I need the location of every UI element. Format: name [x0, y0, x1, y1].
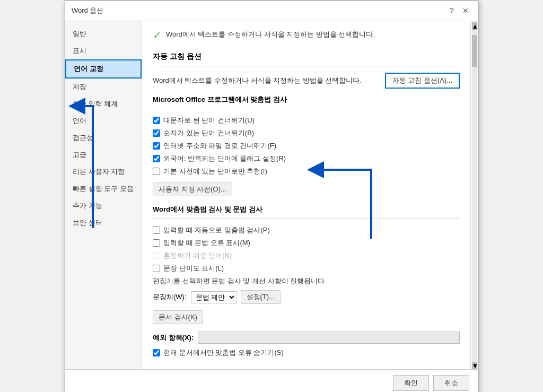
- sidebar-item-language[interactable]: 언어: [65, 112, 142, 129]
- word-spellcheck-checkboxes: 입력할 때 자동으로 맞춤법 검사(P)입력할 때 문법 오류 표시(M)혼동하…: [153, 225, 460, 273]
- scrollbar[interactable]: ▲ ▼: [470, 21, 478, 369]
- writing-style-row: 문장체(W): 문법 제안문법만 설정(T)...: [153, 290, 460, 304]
- scroll-up-button[interactable]: ▲: [472, 22, 477, 30]
- ok-button[interactable]: 확인: [393, 375, 429, 391]
- word-spellcheck-row-grammar_marks: 입력할 때 문법 오류 표시(M): [153, 238, 460, 248]
- checkbox-internet[interactable]: [153, 142, 160, 150]
- spellcheck-row-numbers: 숫자가 있는 단어 건너뛰기(B): [153, 128, 460, 138]
- checkbox-foreign[interactable]: [153, 155, 160, 162]
- sidebar-item-korean[interactable]: 한글 입력 체계: [65, 95, 142, 112]
- word-checkbox-confusable[interactable]: [153, 252, 160, 259]
- spellcheck-checkboxes: 대문자로 된 단어 건너뛰기(U)숫자가 있는 단어 건너뛰기(B)인터넷 주소…: [153, 116, 460, 176]
- sidebar-item-advanced[interactable]: 고급: [65, 146, 142, 163]
- sidebar-item-display[interactable]: 표시: [65, 42, 142, 59]
- help-button[interactable]: ?: [446, 5, 458, 16]
- doc-check-button[interactable]: 문서 검사(K): [153, 310, 203, 324]
- autocorrect-options-button[interactable]: 자동 고침 옵션(A)...: [385, 73, 460, 89]
- settings-button[interactable]: 설정(T)...: [241, 290, 281, 304]
- checkbox-uppercase[interactable]: [153, 117, 160, 124]
- divider1: [153, 66, 460, 66]
- exception-row: 예외 항목(X):: [153, 332, 460, 344]
- checkbox-numbers[interactable]: [153, 129, 160, 137]
- close-button[interactable]: ✕: [460, 5, 471, 16]
- hide-errors-row: 현재 문서에서만 맞춤법 오류 숨기기(S): [153, 348, 460, 358]
- cancel-button[interactable]: 취소: [433, 375, 469, 391]
- word-checkbox-label-readability: 문장 난이도 표시(L): [163, 264, 224, 273]
- checkbox-label-numbers: 숫자가 있는 단어 건너뛰기(B): [163, 128, 254, 138]
- autocorrect-section-title: 자동 고침 옵션: [153, 52, 460, 62]
- exception-label: 예외 항목(X):: [153, 333, 194, 343]
- spellcheck-row-uppercase: 대문자로 된 단어 건너뛰기(U): [153, 116, 460, 125]
- checkbox-suggest[interactable]: [153, 168, 160, 175]
- sidebar-item-ribbon[interactable]: 리본 사용자 지정: [65, 163, 142, 180]
- sidebar-item-general[interactable]: 일반: [65, 25, 142, 42]
- exception-input[interactable]: [198, 332, 460, 344]
- word-options-dialog: Word 옵션 ? ✕ 일반표시언어 교정저장한글 입력 체계언어접근성고급리본…: [65, 0, 478, 392]
- divider3: [153, 219, 460, 219]
- sidebar-item-trustcenter[interactable]: 보안 센터: [65, 214, 142, 231]
- check-icon: ✓: [153, 29, 162, 41]
- header-desc-text: Word에서 텍스트를 수정하거나 서식을 지정하는 방법을 선택합니다.: [166, 30, 375, 39]
- word-spellcheck-row-readability: 문장 난이도 표시(L): [153, 264, 460, 273]
- dialog-title: Word 옵션: [72, 6, 103, 15]
- word-spellcheck-title: Word에서 맞춤법 검사 및 문법 검사: [153, 205, 460, 214]
- header-description: ✓ Word에서 텍스트를 수정하거나 서식을 지정하는 방법을 선택합니다.: [153, 30, 460, 41]
- spellcheck-row-suggest: 기본 사전에 있는 단어로만 추천(I): [153, 167, 460, 176]
- spellcheck-row-internet: 인터넷 주소와 파일 경로 건너뛰기(F): [153, 141, 460, 151]
- hide-errors-checkbox[interactable]: [153, 349, 160, 356]
- writing-style-select[interactable]: 문법 제안문법만: [191, 291, 237, 303]
- word-checkbox-readability[interactable]: [153, 265, 160, 272]
- editor-note: 편집기를 선택하면 문법 검사 및 개선 사항이 진행됩니다.: [153, 276, 460, 286]
- hide-errors-label: 현재 문서에서만 맞춤법 오류 숨기기(S): [163, 348, 284, 358]
- checkbox-label-foreign: 외국어: 반복되는 단어에 플래그 설정(R): [163, 154, 286, 163]
- writing-style-label: 문장체(W):: [153, 292, 187, 302]
- dialog-body: 일반표시언어 교정저장한글 입력 체계언어접근성고급리본 사용자 지정빠른 실행…: [65, 21, 478, 369]
- sidebar-item-proofing[interactable]: 언어 교정: [65, 59, 142, 79]
- custom-dict-button[interactable]: 사용자 지정 사전(O)...: [153, 182, 232, 196]
- sidebar-item-qat[interactable]: 빠른 실행 도구 모음: [65, 180, 142, 197]
- spellcheck-section-title: Microsoft Office 프로그램에서 맞춤법 검사: [153, 95, 460, 104]
- main-content: ✓ Word에서 텍스트를 수정하거나 서식을 지정하는 방법을 선택합니다. …: [142, 21, 470, 369]
- word-checkbox-label-confusable: 혼동하기 쉬운 단어(N): [163, 251, 232, 260]
- checkbox-label-suggest: 기본 사전에 있는 단어로만 추천(I): [163, 167, 267, 176]
- divider2: [153, 109, 460, 109]
- word-checkbox-grammar_marks[interactable]: [153, 239, 160, 247]
- checkbox-label-internet: 인터넷 주소와 파일 경로 건너뛰기(F): [163, 141, 276, 151]
- scroll-thumb[interactable]: [472, 35, 477, 67]
- autocorrect-header-row: Word에서 텍스트를 수정하거나 서식을 지정하는 방법을 선택합니다. 자동…: [153, 73, 460, 89]
- title-bar: Word 옵션 ? ✕: [65, 1, 478, 21]
- autocorrect-desc: Word에서 텍스트를 수정하거나 서식을 지정하는 방법을 선택합니다.: [153, 76, 385, 85]
- word-checkbox-label-auto_spell: 입력할 때 자동으로 맞춤법 검사(P): [163, 225, 270, 235]
- checkbox-label-uppercase: 대문자로 된 단어 건너뛰기(U): [163, 116, 255, 125]
- word-checkbox-label-grammar_marks: 입력할 때 문법 오류 표시(M): [163, 238, 250, 248]
- sidebar-item-accessibility[interactable]: 접근성: [65, 129, 142, 146]
- sidebar-item-addins[interactable]: 추가 기능: [65, 197, 142, 214]
- sidebar-item-save[interactable]: 저장: [65, 79, 142, 95]
- scroll-down-button[interactable]: ▼: [472, 362, 477, 369]
- word-spellcheck-row-confusable: 혼동하기 쉬운 단어(N): [153, 251, 460, 260]
- word-checkbox-auto_spell[interactable]: [153, 227, 160, 234]
- title-bar-buttons: ? ✕: [446, 5, 471, 16]
- word-spellcheck-row-auto_spell: 입력할 때 자동으로 맞춤법 검사(P): [153, 225, 460, 235]
- spellcheck-row-foreign: 외국어: 반복되는 단어에 플래그 설정(R): [153, 154, 460, 163]
- sidebar: 일반표시언어 교정저장한글 입력 체계언어접근성고급리본 사용자 지정빠른 실행…: [65, 21, 142, 369]
- dialog-footer: 확인 취소: [65, 369, 478, 392]
- scroll-track: [472, 30, 477, 362]
